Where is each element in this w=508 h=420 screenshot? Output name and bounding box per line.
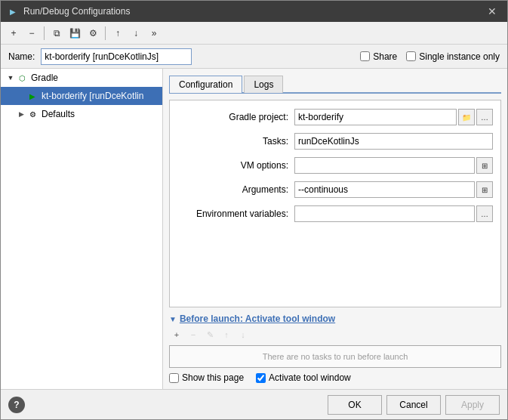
tab-configuration[interactable]: Configuration bbox=[169, 76, 242, 93]
env-variables-row: Environment variables: … bbox=[177, 205, 493, 223]
gradle-toggle: ▼ bbox=[5, 74, 16, 82]
save-configuration-button[interactable]: 💾 bbox=[66, 25, 83, 42]
footer: ? OK Cancel Apply bbox=[1, 389, 507, 419]
sidebar-item-gradle[interactable]: ▼ ⬡ Gradle bbox=[1, 69, 162, 87]
share-item: Share bbox=[360, 51, 397, 62]
arguments-expand-button[interactable]: ⊞ bbox=[476, 181, 493, 198]
footer-buttons: OK Cancel Apply bbox=[328, 395, 500, 415]
before-launch-empty-text: There are no tasks to run before launch bbox=[263, 352, 408, 361]
sidebar-item-defaults[interactable]: ▶ ⚙ Defaults bbox=[1, 105, 162, 123]
gradle-project-row: Gradle project: 📁 … bbox=[177, 108, 493, 126]
tasks-label: Tasks: bbox=[177, 136, 294, 147]
vm-options-row: VM options: ⊞ bbox=[177, 156, 493, 174]
show-page-item: Show this page bbox=[169, 372, 244, 383]
main-panel: Configuration Logs Gradle project: 📁 … T… bbox=[163, 69, 507, 389]
env-variables-input[interactable] bbox=[294, 205, 475, 222]
configuration-panel: Gradle project: 📁 … Tasks: VM options: bbox=[169, 100, 501, 307]
before-launch-list: There are no tasks to run before launch bbox=[169, 345, 501, 368]
share-checkbox[interactable] bbox=[360, 51, 370, 61]
name-row: Name: Share Single instance only bbox=[1, 45, 507, 69]
before-launch-toolbar: + − ✎ ↑ ↓ bbox=[169, 327, 501, 342]
before-launch-up-button: ↑ bbox=[219, 327, 234, 342]
gradle-project-input[interactable] bbox=[294, 109, 457, 125]
defaults-label: Defaults bbox=[42, 109, 75, 119]
activate-tool-item: Activate tool window bbox=[256, 372, 351, 383]
name-input[interactable] bbox=[41, 48, 192, 65]
before-launch-edit-button: ✎ bbox=[202, 327, 217, 342]
show-page-checkbox[interactable] bbox=[169, 373, 179, 383]
more-button[interactable]: » bbox=[146, 25, 162, 42]
gradle-project-group: 📁 … bbox=[294, 109, 493, 125]
run-config-icon: ▶ bbox=[26, 90, 38, 102]
dialog-title: Run/Debug Configurations bbox=[23, 6, 130, 17]
vm-options-expand-button[interactable]: ⊞ bbox=[476, 157, 493, 174]
help-button[interactable]: ? bbox=[8, 397, 25, 413]
toolbar-separator-1 bbox=[44, 26, 45, 40]
move-up-button[interactable]: ↑ bbox=[109, 25, 126, 42]
before-launch-collapse-icon[interactable]: ▼ bbox=[169, 315, 177, 323]
add-configuration-button[interactable]: + bbox=[5, 25, 22, 42]
close-button[interactable]: ✕ bbox=[483, 4, 501, 19]
before-launch-checks: Show this page Activate tool window bbox=[169, 372, 501, 383]
activate-tool-label[interactable]: Activate tool window bbox=[269, 372, 351, 383]
title-bar-left: ▶ Run/Debug Configurations bbox=[7, 5, 130, 17]
gradle-project-more-button[interactable]: … bbox=[476, 109, 493, 125]
sidebar: ▼ ⬡ Gradle ▶ kt-borderify [runDceKotlin … bbox=[1, 69, 163, 389]
before-launch-down-button: ↓ bbox=[236, 327, 251, 342]
arguments-row: Arguments: ⊞ bbox=[177, 181, 493, 199]
copy-configuration-button[interactable]: ⧉ bbox=[48, 25, 65, 42]
footer-left: ? bbox=[8, 397, 25, 413]
gradle-icon: ⬡ bbox=[16, 72, 28, 84]
activate-tool-checkbox[interactable] bbox=[256, 373, 266, 383]
toolbar-separator-2 bbox=[105, 26, 106, 40]
kt-borderify-label: kt-borderify [runDceKotlin bbox=[42, 91, 143, 101]
gradle-project-folder-button[interactable]: 📁 bbox=[458, 109, 475, 125]
vm-options-input[interactable] bbox=[294, 157, 475, 174]
arguments-group: ⊞ bbox=[294, 181, 493, 198]
content-area: ▼ ⬡ Gradle ▶ kt-borderify [runDceKotlin … bbox=[1, 69, 507, 389]
cancel-button[interactable]: Cancel bbox=[386, 395, 441, 415]
share-row: Share Single instance only bbox=[360, 51, 500, 62]
gradle-project-label: Gradle project: bbox=[177, 112, 294, 122]
single-instance-item: Single instance only bbox=[406, 51, 500, 62]
move-down-button[interactable]: ↓ bbox=[128, 25, 144, 42]
tasks-input[interactable] bbox=[294, 133, 493, 150]
before-launch-add-button[interactable]: + bbox=[169, 327, 184, 342]
vm-options-group: ⊞ bbox=[294, 157, 493, 174]
toolbar: + − ⧉ 💾 ⚙ ↑ ↓ » bbox=[1, 22, 507, 45]
before-launch-header: ▼ Before launch: Activate tool window bbox=[169, 313, 501, 324]
before-launch-title[interactable]: Before launch: Activate tool window bbox=[180, 313, 335, 324]
ok-button[interactable]: OK bbox=[328, 395, 382, 415]
name-label: Name: bbox=[8, 51, 35, 62]
vm-options-label: VM options: bbox=[177, 160, 294, 171]
before-launch-remove-button: − bbox=[186, 327, 201, 342]
dialog-icon: ▶ bbox=[7, 5, 19, 17]
before-launch-section: ▼ Before launch: Activate tool window + … bbox=[169, 313, 501, 383]
share-label[interactable]: Share bbox=[373, 51, 397, 62]
remove-configuration-button[interactable]: − bbox=[23, 25, 40, 42]
env-variables-more-button[interactable]: … bbox=[476, 205, 493, 222]
settings-button[interactable]: ⚙ bbox=[85, 25, 101, 42]
sidebar-item-kt-borderify[interactable]: ▶ kt-borderify [runDceKotlin bbox=[1, 87, 162, 105]
env-variables-label: Environment variables: bbox=[177, 208, 294, 219]
arguments-input[interactable] bbox=[294, 181, 475, 198]
show-page-label[interactable]: Show this page bbox=[182, 372, 244, 383]
tab-logs[interactable]: Logs bbox=[244, 76, 283, 93]
single-instance-checkbox[interactable] bbox=[406, 51, 416, 61]
env-variables-group: … bbox=[294, 205, 493, 222]
defaults-toggle: ▶ bbox=[16, 110, 26, 118]
gradle-label: Gradle bbox=[31, 73, 58, 83]
apply-button[interactable]: Apply bbox=[445, 395, 500, 415]
single-instance-label[interactable]: Single instance only bbox=[419, 51, 500, 62]
arguments-label: Arguments: bbox=[177, 184, 294, 195]
title-bar: ▶ Run/Debug Configurations ✕ bbox=[1, 1, 507, 22]
run-debug-dialog: ▶ Run/Debug Configurations ✕ + − ⧉ 💾 ⚙ ↑… bbox=[0, 0, 508, 420]
tasks-row: Tasks: bbox=[177, 132, 493, 150]
defaults-icon: ⚙ bbox=[26, 108, 38, 120]
tabs-bar: Configuration Logs bbox=[169, 75, 501, 94]
